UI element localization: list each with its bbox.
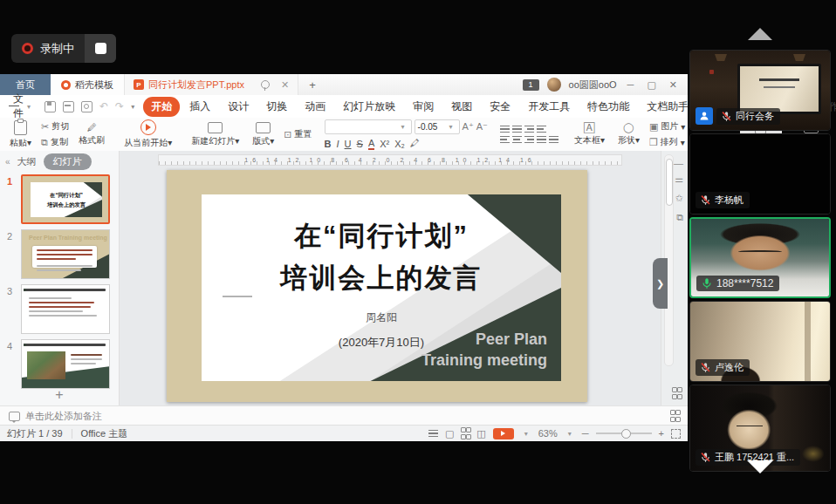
menu-doc-assistant[interactable]: 文档助手 [639, 97, 696, 117]
align-center-icon[interactable] [512, 136, 522, 143]
underline-button[interactable]: U [345, 139, 352, 149]
bold-button[interactable]: B [325, 139, 332, 149]
bullet-list-icon[interactable] [500, 126, 510, 133]
indent-increase-icon[interactable] [537, 126, 546, 133]
tab-slides[interactable]: 幻灯片 [44, 153, 92, 170]
add-slide-button[interactable]: + [0, 387, 119, 403]
zoom-slider[interactable] [596, 432, 652, 434]
superscript-button[interactable]: X² [380, 139, 389, 149]
redo-icon[interactable]: ↷ [115, 100, 124, 112]
slide-thumbnail-1[interactable]: 在“同行计划”培训会上的发言 [21, 174, 110, 224]
picture-button[interactable]: ▣图片▾ [649, 120, 685, 133]
participant-label: 李杨帆 [696, 192, 750, 208]
zoom-in-button[interactable]: + [659, 428, 664, 439]
slideshow-play-button[interactable] [493, 428, 514, 439]
increase-font-icon[interactable]: A⁺ [463, 122, 474, 132]
projection-screen [737, 64, 821, 115]
italic-button[interactable]: I [337, 139, 339, 149]
menu-special-features[interactable]: 特色功能 [579, 97, 637, 117]
collapse-panel-icon[interactable]: « [5, 157, 10, 167]
sorter-view-icon[interactable] [461, 427, 469, 439]
textbox-button[interactable]: 🄰 文本框▾ [571, 122, 608, 147]
strikethrough-button[interactable]: S [357, 139, 363, 149]
properties-icon[interactable]: ⚌ [675, 174, 683, 185]
zoom-level[interactable]: 63% [538, 428, 558, 439]
split-view-icon[interactable]: ◫ [476, 428, 485, 439]
quick-access-chevron-icon[interactable]: ▾ [131, 103, 134, 111]
slide-sorter-icon[interactable] [672, 387, 681, 399]
stop-recording-button[interactable] [85, 34, 116, 63]
undo-icon[interactable]: ↶ [99, 100, 108, 112]
font-size-combo[interactable]: -0.05▾ [415, 119, 460, 134]
smart-style-icon[interactable]: ✩ [675, 193, 683, 204]
shapes-button[interactable]: ◯ 形状▾ [614, 122, 643, 147]
tab-home[interactable]: 首页 [0, 74, 51, 95]
scroll-up-icon[interactable] [748, 28, 772, 40]
play-from-current-button[interactable]: 从当前开始▾ [120, 119, 175, 150]
highlight-button[interactable]: 🖍 [410, 139, 420, 148]
file-chevron-icon[interactable]: ▾ [27, 103, 31, 111]
paste-button[interactable]: 粘贴▾ [6, 119, 35, 150]
participant-tile-4[interactable]: 卢逸伦 [689, 301, 831, 382]
arrange-button[interactable]: ❒排列▾ [649, 136, 685, 148]
participant-tile-1[interactable]: 同行会务 [689, 50, 831, 131]
decrease-font-icon[interactable]: A⁻ [476, 122, 488, 132]
fit-screen-icon[interactable] [671, 429, 681, 439]
normal-view-icon[interactable] [428, 430, 438, 437]
numbered-list-icon[interactable] [512, 126, 522, 133]
notes-grid-icon[interactable] [670, 410, 679, 422]
pin-tab-icon[interactable] [261, 80, 270, 89]
participant-tile-5[interactable]: 王鹏 1752421 重... [689, 385, 831, 472]
print-icon[interactable] [63, 101, 74, 112]
tab-docer-templates[interactable]: 稻壳模板 [51, 74, 125, 95]
print-preview-icon[interactable] [81, 101, 93, 112]
reset-button[interactable]: ⊡重置 [284, 128, 312, 140]
work-area: « 大纲 幻灯片 1 在“同行计划”培训会上的发言 [0, 151, 688, 406]
menu-view[interactable]: 视图 [443, 97, 480, 117]
thumbnail-row-2[interactable]: 2 Peer Plan Training meeting [0, 227, 119, 282]
collapse-strip-icon[interactable]: — [674, 158, 683, 168]
layers-icon[interactable]: ⧉ [676, 212, 683, 223]
menu-home[interactable]: 开始 [143, 97, 180, 117]
new-slide-button[interactable]: 新建幻灯片▾ [188, 121, 243, 148]
menu-review[interactable]: 审阅 [405, 97, 442, 117]
line-spacing-icon[interactable] [549, 136, 558, 143]
font-name-combo[interactable]: ▾ [325, 119, 412, 134]
menu-transition[interactable]: 切换 [258, 97, 295, 117]
format-painter-button[interactable]: 🖉 格式刷 [75, 122, 108, 147]
menu-slideshow[interactable]: 幻灯片放映 [335, 97, 403, 117]
save-icon[interactable] [45, 101, 56, 112]
font-color-button[interactable]: A [368, 138, 374, 150]
zoom-slider-knob[interactable] [621, 429, 631, 439]
reading-view-icon[interactable]: ▢ [445, 428, 454, 439]
scroll-down-icon[interactable] [747, 460, 773, 473]
thumbnail-row-1[interactable]: 1 在“同行计划”培训会上的发言 [0, 172, 119, 227]
menu-design[interactable]: 设计 [220, 97, 257, 117]
tab-outline[interactable]: 大纲 [17, 155, 37, 168]
align-right-icon[interactable] [524, 136, 534, 143]
menu-security[interactable]: 安全 [482, 97, 518, 117]
notes-placeholder[interactable]: 单击此处添加备注 [25, 410, 102, 423]
participant-tile-3-active-speaker[interactable]: 188****7512 [689, 217, 831, 298]
slide-thumbnail-2[interactable]: Peer Plan Training meeting [21, 229, 110, 279]
menu-animation[interactable]: 动画 [297, 97, 333, 117]
align-left-icon[interactable] [500, 136, 510, 143]
zoom-out-button[interactable]: ─ [582, 428, 589, 439]
notes-bar[interactable]: 单击此处添加备注 [0, 405, 688, 426]
justify-icon[interactable] [537, 136, 546, 143]
thumbnail-row-4[interactable]: 4 [0, 337, 119, 392]
menu-insert[interactable]: 插入 [182, 97, 218, 117]
menu-devtools[interactable]: 开发工具 [520, 97, 578, 117]
expand-panel-button[interactable]: ❯ [653, 258, 668, 309]
participant-tile-2[interactable]: 李杨帆 [689, 133, 831, 215]
indent-decrease-icon[interactable] [524, 126, 534, 133]
layout-button[interactable]: 版式▾ [249, 121, 278, 148]
slide-thumbnail-3[interactable] [21, 284, 110, 334]
subscript-button[interactable]: X₂ [394, 139, 405, 149]
slide-1-canvas[interactable]: 在“同行计划”培训会上的发言 周名阳 (2020年7月10日) Peer Pla… [167, 170, 587, 402]
slide-thumbnail-4[interactable] [21, 339, 110, 389]
cut-button[interactable]: ✂剪切 [41, 120, 69, 133]
thumbnail-row-3[interactable]: 3 [0, 282, 119, 337]
copy-button[interactable]: ⧉复制 [41, 136, 69, 148]
theme-name[interactable]: Office 主题 [81, 427, 128, 440]
